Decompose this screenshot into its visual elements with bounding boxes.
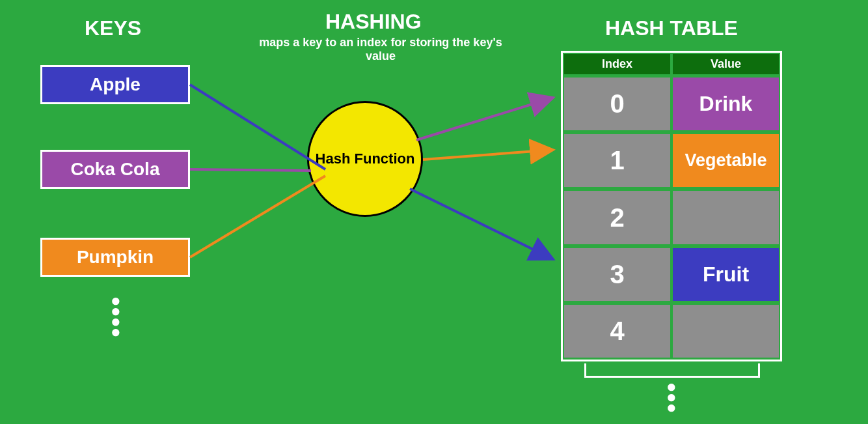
arrow-hash-to-index3 (410, 189, 553, 259)
subtitle-hashing: maps a key to an index for storing the k… (244, 36, 517, 63)
table-row: 0 Drink (563, 76, 780, 132)
ellipsis-keys: ●●●● (111, 293, 121, 339)
arrow-hash-to-index1 (423, 150, 553, 160)
index-cell: 0 (564, 78, 670, 130)
key-label: Apple (90, 74, 141, 95)
key-box-pumpkin: Pumpkin (40, 238, 190, 277)
table-header-row: Index Value (563, 53, 780, 76)
arrow-pumpkin-to-hash (190, 176, 325, 257)
key-label: Pumpkin (77, 247, 154, 268)
th-index: Index (564, 54, 670, 74)
arrow-hash-to-index0 (416, 98, 553, 140)
value-cell: Vegetable (673, 134, 779, 187)
key-box-cokacola: Coka Cola (40, 150, 190, 189)
value-fill-drink: Drink (673, 78, 779, 130)
table-row: 4 (563, 303, 780, 360)
table-bracket (584, 363, 760, 378)
value-fill-fruit: Fruit (673, 248, 779, 301)
heading-hashtable: HASH TABLE (605, 16, 738, 40)
key-box-apple: Apple (40, 65, 190, 104)
index-cell: 2 (564, 191, 670, 244)
hash-table: Index Value 0 Drink 1 Vegetable 2 3 Frui… (561, 51, 782, 361)
table-row: 2 (563, 189, 780, 246)
index-cell: 3 (564, 248, 670, 301)
table-row: 3 Fruit (563, 246, 780, 303)
value-cell: Fruit (673, 248, 779, 301)
th-value: Value (673, 54, 779, 74)
heading-hashing: HASHING (325, 10, 422, 34)
index-cell: 4 (564, 305, 670, 358)
hash-function-node: Hash Function (307, 101, 423, 217)
value-cell-empty (673, 191, 779, 244)
index-cell: 1 (564, 134, 670, 187)
ellipsis-table: ●●● (666, 379, 677, 414)
arrow-apple-to-hash (190, 85, 325, 169)
value-fill-vegetable: Vegetable (673, 134, 779, 187)
hash-function-label: Hash Function (316, 150, 415, 167)
table-body: 0 Drink 1 Vegetable 2 3 Fruit 4 (563, 76, 780, 360)
table-row: 1 Vegetable (563, 132, 780, 189)
value-cell-empty (673, 305, 779, 358)
value-cell: Drink (673, 78, 779, 130)
arrow-coka-to-hash (190, 169, 311, 171)
key-label: Coka Cola (71, 159, 160, 180)
heading-keys: KEYS (85, 16, 141, 40)
